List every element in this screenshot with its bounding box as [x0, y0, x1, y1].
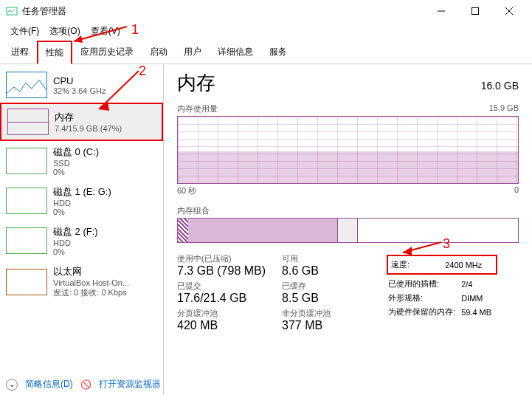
sidebar-eth-sub1: VirtualBox Host-On... [53, 278, 129, 287]
menu-view[interactable]: 查看(V) [86, 24, 125, 39]
close-button[interactable] [492, 0, 526, 22]
eth-thumb [6, 269, 47, 295]
hwres-key: 为硬件保留的内存: [388, 306, 460, 318]
inuse-label: 使用中(已压缩) [177, 253, 266, 264]
sidebar-disk0-title: 磁盘 0 (C:) [53, 145, 99, 159]
resmon-icon: 🚫 [80, 379, 91, 390]
memory-usage-chart[interactable] [177, 116, 519, 184]
footer: ⌄ 简略信息(D) 🚫 打开资源监视器 [6, 378, 161, 391]
sidebar-disk1-sub1: HDD [53, 199, 111, 207]
axis-left: 60 秒 [177, 185, 196, 196]
sidebar-item-disk1[interactable]: 磁盘 1 (E: G:) HDD 0% [0, 181, 163, 221]
sidebar-item-ethernet[interactable]: 以太网 VirtualBox Host-On... 发送: 0 接收: 0 Kb… [0, 261, 163, 303]
hwres-val: 59.4 MB [461, 306, 496, 318]
usage-max: 15.9 GB [489, 103, 519, 114]
memory-composition-bar[interactable] [177, 218, 519, 243]
tab-users[interactable]: 用户 [176, 41, 210, 63]
cpu-thumb [6, 72, 47, 98]
avail-label: 可用 [282, 253, 370, 264]
nonpaged-label: 非分页缓冲池 [282, 308, 370, 319]
disk0-thumb [6, 148, 47, 174]
content: CPU 32% 3.64 GHz 内存 7.4/15.9 GB (47%) 磁盘… [0, 64, 532, 395]
sidebar-disk1-title: 磁盘 1 (E: G:) [53, 185, 111, 199]
sidebar-disk1-sub2: 0% [53, 207, 111, 216]
sidebar-cpu-title: CPU [53, 75, 106, 86]
form-key: 外形规格: [388, 292, 460, 304]
minimize-button[interactable] [424, 0, 458, 22]
tab-startup[interactable]: 启动 [142, 41, 176, 63]
sidebar-eth-sub2: 发送: 0 接收: 0 Kbps [53, 287, 129, 298]
sidebar-disk0-sub2: 0% [53, 168, 99, 176]
window-title: 任务管理器 [22, 5, 424, 18]
main-panel: 内存 16.0 GB 内存使用量 15.9 GB 60 秒 0 内存组合 使用中… [164, 64, 532, 395]
fewer-details-link[interactable]: 简略信息(D) [25, 378, 73, 391]
cached-label: 已缓存 [282, 281, 370, 292]
open-resmon-link[interactable]: 打开资源监视器 [99, 378, 161, 391]
maximize-button[interactable] [458, 0, 492, 22]
sidebar-item-disk2[interactable]: 磁盘 2 (F:) HDD 0% [0, 221, 163, 261]
tabbar: 进程 性能 应用历史记录 启动 用户 详细信息 服务 [0, 41, 532, 64]
tab-services[interactable]: 服务 [261, 41, 295, 63]
paged-value: 420 MB [177, 319, 266, 332]
disk1-thumb [6, 188, 47, 214]
sidebar-mem-sub: 7.4/15.9 GB (47%) [55, 124, 122, 133]
commit-value: 17.6/21.4 GB [177, 292, 266, 305]
slots-val: 2/4 [461, 278, 496, 290]
nonpaged-value: 377 MB [282, 319, 370, 332]
memory-properties: 速度: 2400 MHz 已使用的插槽:2/4 外形规格:DIMM 为硬件保留的… [385, 253, 499, 332]
cached-value: 8.5 GB [282, 292, 370, 305]
paged-label: 分页缓冲池 [177, 308, 266, 319]
sidebar-disk2-title: 磁盘 2 (F:) [53, 225, 98, 238]
mem-thumb [7, 109, 49, 135]
tab-details[interactable]: 详细信息 [210, 41, 261, 63]
tab-processes[interactable]: 进程 [3, 41, 37, 63]
sidebar-eth-title: 以太网 [53, 265, 129, 278]
sidebar-item-disk0[interactable]: 磁盘 0 (C:) SSD 0% [0, 141, 163, 181]
commit-label: 已提交 [177, 281, 266, 292]
sidebar-cpu-sub: 32% 3.64 GHz [53, 86, 106, 95]
usage-label: 内存使用量 [177, 103, 218, 114]
sidebar-item-memory[interactable]: 内存 7.4/15.9 GB (47%) [0, 103, 163, 141]
inuse-value: 7.3 GB (798 MB) [177, 264, 266, 278]
form-val: DIMM [461, 292, 496, 304]
sidebar[interactable]: CPU 32% 3.64 GHz 内存 7.4/15.9 GB (47%) 磁盘… [0, 64, 164, 395]
sidebar-item-cpu[interactable]: CPU 32% 3.64 GHz [0, 67, 163, 103]
disk2-thumb [6, 227, 47, 254]
app-icon [6, 5, 18, 17]
stats-grid: 使用中(已压缩) 7.3 GB (798 MB) 可用 8.6 GB 已提交 1… [177, 253, 370, 332]
sidebar-disk0-sub1: SSD [53, 159, 99, 168]
menu-options[interactable]: 选项(O) [45, 24, 84, 39]
tab-apphistory[interactable]: 应用历史记录 [72, 41, 142, 63]
speed-val: 2400 MHz [415, 258, 486, 271]
memory-total: 16.0 GB [481, 80, 519, 92]
svg-rect-2 [472, 8, 479, 15]
titlebar: 任务管理器 [0, 0, 532, 22]
slots-key: 已使用的插槽: [388, 278, 460, 290]
menu-file[interactable]: 文件(F) [6, 24, 44, 39]
composition-label: 内存组合 [177, 205, 519, 216]
collapse-icon[interactable]: ⌄ [6, 379, 18, 391]
tab-performance[interactable]: 性能 [37, 41, 72, 64]
svg-rect-0 [7, 7, 17, 15]
sidebar-mem-title: 内存 [55, 111, 122, 124]
page-title: 内存 [177, 70, 215, 96]
menubar: 文件(F) 选项(O) 查看(V) [0, 22, 532, 41]
sidebar-disk2-sub1: HDD [53, 238, 98, 247]
avail-value: 8.6 GB [282, 264, 370, 278]
axis-right: 0 [514, 185, 519, 196]
sidebar-disk2-sub2: 0% [53, 247, 98, 256]
speed-key: 速度: [391, 258, 414, 271]
